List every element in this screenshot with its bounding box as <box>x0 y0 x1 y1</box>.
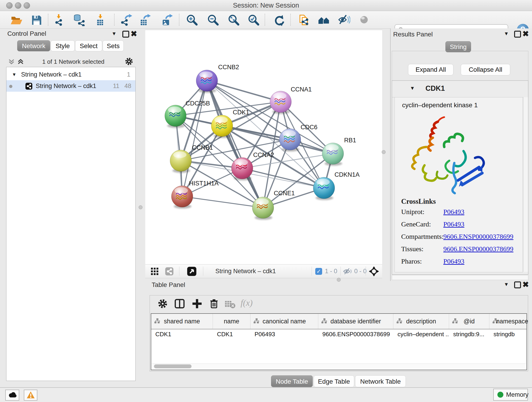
crosslink-value-link[interactable]: 9606.ENSP00000378699 <box>443 233 513 240</box>
selected-checkbox-icon[interactable]: ✓ <box>315 268 322 275</box>
table-cell[interactable]: CDK1 <box>151 331 213 340</box>
grid-view-icon[interactable] <box>151 268 158 275</box>
table-hscrollbar[interactable] <box>152 364 526 369</box>
tab-network[interactable]: Network <box>17 40 50 51</box>
control-panel-float-icon[interactable] <box>122 31 129 38</box>
function-builder-icon[interactable]: f(x) <box>241 298 253 308</box>
add-column-icon[interactable] <box>191 298 203 309</box>
vertical-splitter-handle[interactable] <box>139 205 143 209</box>
hidden-node-edge-counts: 0 - 0 <box>354 264 367 278</box>
network-canvas[interactable]: CCNB2CCNA1CDC25BCDK1CDC6RB1CCNB1CCNA2CDK… <box>145 30 382 264</box>
expand-all-button[interactable]: Expand All <box>408 64 453 75</box>
show-columns-icon[interactable] <box>174 298 185 309</box>
results-scrollbar[interactable] <box>523 97 528 272</box>
crosslink-value-link[interactable]: P06493 <box>443 257 464 265</box>
control-panel-close-icon[interactable]: ✖ <box>131 31 137 36</box>
import-network-file-icon[interactable] <box>53 14 65 26</box>
crosslink-value-link[interactable]: P06493 <box>443 220 464 228</box>
tab-network-table[interactable]: Network Table <box>355 375 406 387</box>
graph-edge-HIST1H1A-CCNE1[interactable] <box>182 196 263 208</box>
results-hscrollbar[interactable] <box>392 275 528 280</box>
table-header-cell[interactable]: shared name <box>151 314 213 329</box>
clone-network-icon[interactable] <box>298 14 310 26</box>
crosslink-value-link[interactable]: 9606.ENSP00000378699 <box>443 245 513 253</box>
tab-string[interactable]: String <box>445 41 471 52</box>
birds-eye-view-icon[interactable] <box>369 266 379 276</box>
graph-node-CDC25B[interactable] <box>165 105 186 128</box>
zoom-out-icon[interactable] <box>207 14 219 26</box>
crosslink-value-link[interactable]: P06493 <box>443 208 464 216</box>
table-cell[interactable]: stringdb <box>489 331 532 340</box>
delete-table-icon[interactable] <box>225 300 235 309</box>
table-cell[interactable]: 9606.ENSP00000378699 <box>318 331 393 340</box>
horizontal-splitter-handle[interactable] <box>337 278 341 282</box>
table-header-cell[interactable]: database identifier <box>318 314 393 329</box>
protein-collapse-icon[interactable]: ▼ <box>410 85 415 91</box>
import-network-database-icon[interactable] <box>73 14 85 26</box>
protein-header-row[interactable]: ▼ CDK1 <box>392 81 528 97</box>
graph-edge-CCNB2-HIST1H1A[interactable] <box>182 81 207 196</box>
cloud-status-button[interactable] <box>5 390 19 401</box>
table-cell[interactable]: CDK1 <box>213 331 250 340</box>
table-header-cell[interactable]: @id <box>449 314 489 329</box>
vertical-splitter-handle[interactable] <box>382 150 386 154</box>
graph-node-CCNB1[interactable] <box>170 150 191 173</box>
table-header-cell[interactable]: namespace <box>489 314 532 329</box>
tree-root-row[interactable]: ▼ String Network – cdk1 1 <box>6 69 135 80</box>
tab-style[interactable]: Style <box>51 40 75 51</box>
results-panel-float-icon[interactable] <box>514 31 521 38</box>
graph-edge-CCNB2-CCNE1[interactable] <box>207 81 263 208</box>
table-panel-close-icon[interactable]: ✖ <box>522 282 529 287</box>
network-options-gear-icon[interactable] <box>124 57 133 66</box>
table-cell[interactable]: P06493 <box>250 331 318 340</box>
table-header-cell[interactable]: canonical name <box>250 314 318 329</box>
graph-node-CCNA1[interactable] <box>270 91 291 114</box>
table-header-cell[interactable]: description <box>393 314 449 329</box>
results-panel-close-icon[interactable]: ✖ <box>522 31 529 36</box>
table-panel-menu-icon[interactable]: ▼ <box>504 281 509 287</box>
toggle-bundling-icon[interactable] <box>358 14 370 26</box>
import-table-icon[interactable] <box>94 14 106 26</box>
show-all-icon[interactable] <box>317 14 330 26</box>
graph-node-CDK1[interactable] <box>211 115 233 138</box>
share-view-icon[interactable] <box>165 267 174 276</box>
export-network-icon[interactable] <box>120 14 133 26</box>
tab-select[interactable]: Select <box>75 40 102 51</box>
graph-node-CCNA2[interactable] <box>231 157 253 180</box>
control-panel-menu-icon[interactable]: ▼ <box>112 31 117 37</box>
memory-button[interactable]: Memory <box>493 389 528 401</box>
tree-network-row[interactable]: String Network – cdk1 11 48 <box>6 80 135 91</box>
hide-selected-icon[interactable] <box>338 14 350 26</box>
tree-collapse-icon[interactable]: ▼ <box>12 69 17 80</box>
node-label: CDKN1A <box>335 171 360 178</box>
table-header-cell[interactable]: name <box>213 314 250 329</box>
table-cell[interactable]: stringdb:9... <box>449 331 489 340</box>
graph-node-CCNE1[interactable] <box>252 197 274 220</box>
graph-node-HIST1H1A[interactable] <box>171 186 193 209</box>
graph-node-CDC6[interactable] <box>279 128 301 152</box>
open-file-icon[interactable] <box>10 14 22 26</box>
tab-sets[interactable]: Sets <box>103 40 124 51</box>
collapse-expand-tree-icons[interactable] <box>8 58 26 65</box>
save-session-icon[interactable] <box>30 14 43 26</box>
table-hscrollbar-thumb[interactable] <box>154 364 191 368</box>
zoom-selected-icon[interactable] <box>247 14 260 26</box>
collapse-all-button[interactable]: Collapse All <box>461 64 510 75</box>
zoom-fit-icon[interactable] <box>228 14 240 26</box>
graph-node-RB1[interactable] <box>322 143 344 166</box>
table-panel-float-icon[interactable] <box>514 281 521 288</box>
export-image-icon[interactable] <box>161 14 173 26</box>
tab-node-table[interactable]: Node Table <box>271 375 313 387</box>
open-in-new-window-icon[interactable] <box>187 267 196 276</box>
results-panel-menu-icon[interactable]: ▼ <box>504 31 509 37</box>
zoom-in-icon[interactable] <box>186 14 198 26</box>
graph-node-CDKN1A[interactable] <box>313 177 335 200</box>
tab-edge-table[interactable]: Edge Table <box>314 375 354 387</box>
table-cell[interactable]: cyclin–dependent ... <box>393 331 449 340</box>
delete-column-trash-icon[interactable] <box>209 298 220 309</box>
export-table-icon[interactable] <box>139 14 151 26</box>
table-settings-gear-icon[interactable] <box>157 298 168 309</box>
warnings-button[interactable] <box>24 390 37 401</box>
crosslink-row: Tissues:9606.ENSP00000378699 <box>395 245 523 257</box>
refresh-icon[interactable] <box>273 14 285 26</box>
